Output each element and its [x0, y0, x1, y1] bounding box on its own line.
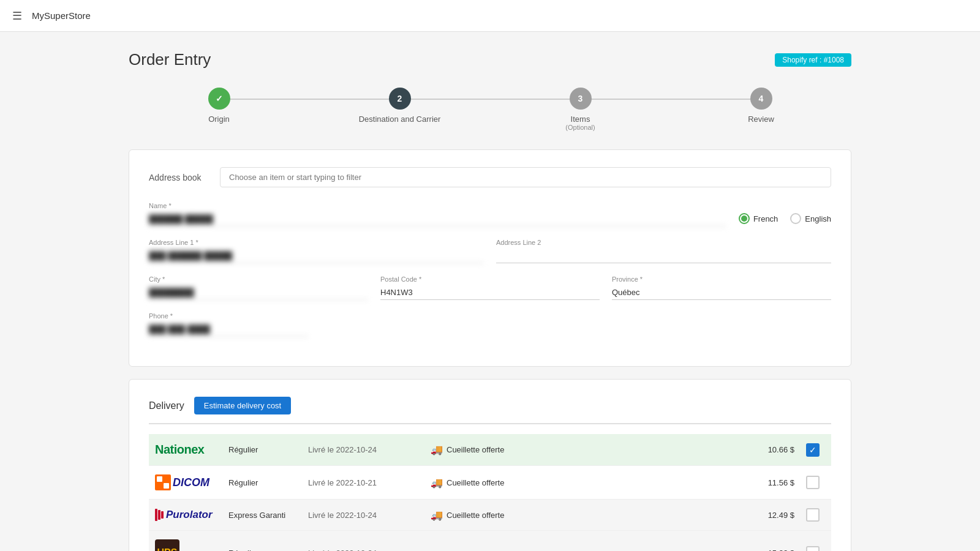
- name-language-row: Name * ██████ █████ French English: [149, 202, 831, 227]
- address-book-input[interactable]: [220, 167, 831, 187]
- nationex-delivery: Livré le 2022-10-24: [308, 445, 431, 454]
- step-label-destination: Destination and Carrier: [359, 114, 441, 124]
- checkbox-empty-purolator: [806, 508, 820, 522]
- delivery-title: Delivery: [149, 400, 184, 411]
- step-circle-review: 4: [750, 88, 772, 110]
- checkbox-empty-ups: [806, 546, 820, 551]
- french-radio-inner: [741, 216, 747, 222]
- step-circle-origin: ✓: [208, 88, 230, 110]
- checkbox-empty-dicom: [806, 476, 820, 489]
- step-label-origin: Origin: [208, 114, 230, 124]
- address-line2-input[interactable]: [496, 249, 831, 263]
- province-label: Province *: [612, 276, 831, 283]
- step-circle-items: 3: [570, 88, 592, 110]
- nationex-service: Régulier: [228, 445, 308, 454]
- purolator-price: 12.49 $: [745, 511, 794, 520]
- step-origin[interactable]: ✓ Origin: [129, 88, 309, 124]
- address-line1-field: Address Line 1 * ███ ██████ █████: [149, 239, 484, 263]
- postal-code-field: Postal Code *: [380, 276, 600, 300]
- province-input[interactable]: [612, 285, 831, 300]
- dicom-checkbox[interactable]: [801, 476, 825, 489]
- city-field: City * ████████: [149, 276, 368, 300]
- carrier-row-ups[interactable]: UPS Régulier Livré le 2022-10-24 15.32 $: [149, 531, 831, 551]
- step-review[interactable]: 4 Review: [671, 88, 851, 124]
- step-label-review: Review: [748, 114, 774, 124]
- postal-code-label: Postal Code *: [380, 276, 600, 283]
- province-field: Province *: [612, 276, 831, 300]
- address-line1-value: ███ ██████ █████: [149, 249, 484, 263]
- address-line2-label: Address Line 2: [496, 239, 831, 246]
- puro-stripe-2: [158, 510, 160, 520]
- dicom-logo-inner: DICOM: [155, 474, 209, 490]
- app-title: MySuperStore: [32, 10, 91, 21]
- truck-icon-nationex: 🚚: [431, 444, 443, 455]
- dicom-cell-2: [164, 476, 169, 482]
- phone-row: Phone * ███ ███-████: [149, 312, 831, 337]
- french-radio-option[interactable]: French: [739, 213, 778, 224]
- ups-service: Régulier: [228, 549, 308, 552]
- dicom-cell-1: [157, 476, 162, 482]
- address-lines-row: Address Line 1 * ███ ██████ █████ Addres…: [149, 239, 831, 263]
- name-label: Name *: [149, 202, 726, 209]
- city-label: City *: [149, 276, 368, 283]
- dicom-square-icon: [155, 474, 171, 490]
- step-label-items: Items: [571, 114, 590, 124]
- name-value: ██████ █████: [149, 212, 726, 227]
- address-book-row: Address book: [149, 167, 831, 187]
- delivery-card: Delivery Estimate delivery cost Nationex…: [129, 379, 851, 551]
- nationex-checkbox[interactable]: ✓: [801, 443, 825, 457]
- carrier-row-nationex[interactable]: Nationex Régulier Livré le 2022-10-24 🚚 …: [149, 434, 831, 466]
- step-sublabel-items: (Optional): [565, 124, 595, 131]
- nationex-pickup: 🚚 Cueillette offerte: [431, 444, 745, 455]
- address-card: Address book Name * ██████ █████ French …: [129, 149, 851, 367]
- puro-stripe-3: [161, 511, 164, 519]
- page-title: Order Entry: [129, 50, 211, 69]
- dicom-pickup-label: Cueillette offerte: [447, 478, 504, 487]
- purolator-service: Express Garanti: [228, 511, 308, 520]
- address-book-label: Address book: [149, 173, 210, 182]
- nationex-price: 10.66 $: [745, 445, 794, 454]
- purolator-delivery: Livré le 2022-10-24: [308, 511, 431, 520]
- dicom-cell-3: [157, 483, 162, 489]
- step-destination[interactable]: 2 Destination and Carrier: [309, 88, 490, 124]
- dicom-logo: DICOM: [155, 474, 228, 490]
- address-line1-label: Address Line 1 *: [149, 239, 484, 246]
- top-nav: ☰ MySuperStore: [0, 0, 980, 32]
- puro-stripes: [155, 509, 164, 521]
- city-postal-province-row: City * ████████ Postal Code * Province *: [149, 276, 831, 300]
- step-circle-destination: 2: [389, 88, 411, 110]
- language-radio-group: French English: [739, 213, 831, 227]
- dicom-pickup: 🚚 Cueillette offerte: [431, 477, 745, 489]
- ups-checkbox[interactable]: [801, 546, 825, 551]
- english-radio-label: English: [805, 214, 831, 223]
- ups-delivery: Livré le 2022-10-24: [308, 549, 431, 552]
- hamburger-icon[interactable]: ☰: [12, 9, 22, 23]
- puro-text: Purolator: [166, 509, 213, 521]
- phone-label: Phone *: [149, 312, 308, 320]
- nationex-text: Nationex: [155, 443, 204, 457]
- dicom-cell-4: [164, 483, 169, 489]
- page-header: Order Entry Shopify ref : #1008: [129, 50, 851, 69]
- postal-code-input[interactable]: [380, 285, 600, 300]
- french-radio-label: French: [753, 214, 778, 223]
- english-radio-option[interactable]: English: [790, 213, 831, 224]
- ups-price: 15.32 $: [745, 549, 794, 552]
- truck-icon-purolator: 🚚: [431, 509, 443, 521]
- stepper: ✓ Origin 2 Destination and Carrier 3 Ite…: [129, 88, 851, 131]
- page-content: Order Entry Shopify ref : #1008 ✓ Origin…: [92, 32, 888, 551]
- purolator-logo: Purolator: [155, 509, 228, 521]
- carrier-row-purolator[interactable]: Purolator Express Garanti Livré le 2022-…: [149, 500, 831, 531]
- estimate-delivery-button[interactable]: Estimate delivery cost: [194, 397, 291, 414]
- ups-shield-icon: UPS: [155, 539, 179, 551]
- nationex-pickup-label: Cueillette offerte: [447, 445, 504, 454]
- purolator-pickup: 🚚 Cueillette offerte: [431, 509, 745, 521]
- shopify-badge: Shopify ref : #1008: [775, 53, 851, 67]
- purolator-checkbox[interactable]: [801, 508, 825, 522]
- carrier-row-dicom[interactable]: DICOM Régulier Livré le 2022-10-21 🚚 Cue…: [149, 466, 831, 500]
- phone-value: ███ ███-████: [149, 322, 308, 337]
- address-line2-field: Address Line 2: [496, 239, 831, 263]
- dicom-delivery: Livré le 2022-10-21: [308, 478, 431, 487]
- checkbox-checked-nationex: ✓: [806, 443, 820, 457]
- truck-icon-dicom: 🚚: [431, 477, 443, 489]
- step-items[interactable]: 3 Items (Optional): [490, 88, 671, 131]
